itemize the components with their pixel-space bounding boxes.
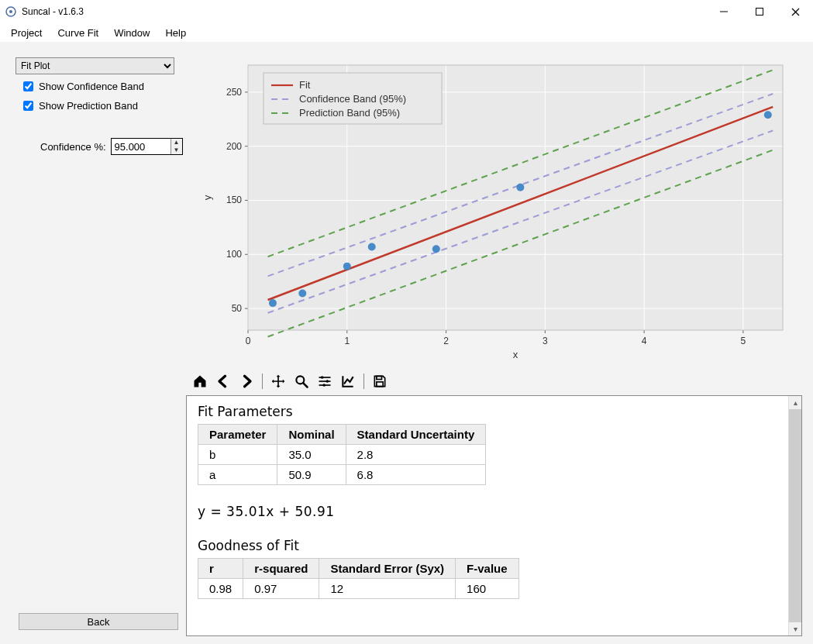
svg-point-67 <box>326 380 329 383</box>
svg-text:Prediction Band (95%): Prediction Band (95%) <box>299 107 400 119</box>
svg-point-49 <box>343 263 351 270</box>
svg-rect-71 <box>377 382 383 387</box>
show-confidence-band-input[interactable] <box>23 81 33 91</box>
toolbar-separator <box>262 374 263 389</box>
svg-text:Fit: Fit <box>299 79 311 91</box>
svg-rect-3 <box>756 9 763 15</box>
svg-point-1 <box>9 10 12 13</box>
home-icon[interactable] <box>189 370 211 392</box>
table-row: b35.02.8 <box>198 445 486 465</box>
svg-text:200: 200 <box>226 141 242 152</box>
table-cell: 6.8 <box>346 465 486 485</box>
window-titlebar: Suncal - v1.6.3 <box>0 0 813 23</box>
table-cell: 160 <box>456 579 519 599</box>
show-confidence-band-label: Show Confidence Band <box>39 81 144 92</box>
fit-parameters-title: Fit Parameters <box>198 404 777 419</box>
zoom-icon[interactable] <box>291 370 312 392</box>
svg-text:50: 50 <box>232 303 243 314</box>
svg-text:0: 0 <box>246 336 251 346</box>
svg-text:Confidence Band (95%): Confidence Band (95%) <box>299 93 406 105</box>
svg-text:y: y <box>202 195 213 200</box>
svg-point-69 <box>322 384 326 387</box>
axes-icon[interactable] <box>337 370 359 392</box>
show-confidence-band-checkbox[interactable]: Show Confidence Band <box>20 79 186 94</box>
window-title: Suncal - v1.6.3 <box>22 6 84 17</box>
table-cell: 2.8 <box>346 445 486 465</box>
svg-point-51 <box>432 245 440 253</box>
results-scrollbar[interactable]: ▴ ▾ <box>788 396 801 635</box>
table-header: F-value <box>456 559 519 579</box>
svg-point-50 <box>368 243 376 251</box>
svg-text:4: 4 <box>642 336 647 346</box>
arrow-left-icon[interactable] <box>212 370 234 392</box>
fit-parameters-table: ParameterNominalStandard Uncertaintyb35.… <box>198 424 486 485</box>
toolbar-separator <box>363 374 364 389</box>
table-header: Standard Error (Syx) <box>319 559 456 579</box>
svg-text:2: 2 <box>443 336 449 346</box>
svg-point-65 <box>321 376 324 379</box>
results-panel: Fit Parameters ParameterNominalStandard … <box>186 395 802 636</box>
table-row: 0.980.9712160 <box>198 579 519 599</box>
spin-down-button[interactable]: ▼ <box>171 146 182 154</box>
goodness-of-fit-title: Goodness of Fit <box>198 538 777 553</box>
window-maximize-button[interactable] <box>742 0 777 23</box>
fit-plot[interactable]: 01234550100150200250xyFitConfidence Band… <box>186 57 802 367</box>
plot-toolbar <box>186 367 802 395</box>
table-cell: 0.97 <box>243 579 319 599</box>
arrow-right-icon[interactable] <box>236 370 257 392</box>
svg-point-48 <box>298 290 306 298</box>
table-header: Standard Uncertainty <box>346 425 486 445</box>
scroll-up-icon[interactable]: ▴ <box>789 396 801 409</box>
table-header: Nominal <box>277 425 346 445</box>
confidence-percent-label: Confidence %: <box>40 141 106 153</box>
confidence-percent-input[interactable] <box>112 139 171 154</box>
svg-text:150: 150 <box>226 195 242 205</box>
results-body[interactable]: Fit Parameters ParameterNominalStandard … <box>187 396 788 635</box>
table-header: r-squared <box>243 559 319 579</box>
table-cell: b <box>198 445 277 465</box>
table-cell: a <box>198 465 277 485</box>
show-prediction-band-checkbox[interactable]: Show Prediction Band <box>20 98 186 113</box>
svg-line-63 <box>303 383 307 387</box>
svg-point-47 <box>269 299 277 307</box>
save-icon[interactable] <box>369 370 391 392</box>
table-header: r <box>198 559 243 579</box>
table-cell: 50.9 <box>277 465 346 485</box>
svg-text:1: 1 <box>344 336 350 346</box>
scroll-down-icon[interactable]: ▾ <box>789 622 801 635</box>
table-cell: 12 <box>319 579 456 599</box>
svg-text:250: 250 <box>226 87 242 98</box>
svg-point-52 <box>516 184 524 191</box>
spin-up-button[interactable]: ▲ <box>171 139 182 146</box>
menu-help[interactable]: Help <box>157 26 194 40</box>
sliders-icon[interactable] <box>314 370 336 392</box>
svg-rect-70 <box>377 376 382 379</box>
svg-point-53 <box>764 111 772 119</box>
show-prediction-band-input[interactable] <box>23 101 33 111</box>
menu-project[interactable]: Project <box>3 26 50 40</box>
svg-text:100: 100 <box>226 249 242 260</box>
table-cell: 0.98 <box>198 579 243 599</box>
table-header: Parameter <box>198 425 277 445</box>
back-button[interactable]: Back <box>19 613 178 630</box>
table-cell: 35.0 <box>277 445 346 465</box>
svg-text:5: 5 <box>741 336 746 346</box>
confidence-percent-spinbox[interactable]: ▲ ▼ <box>111 138 183 155</box>
fit-equation: y = 35.01x + 50.91 <box>198 504 777 519</box>
app-icon <box>5 5 17 18</box>
window-minimize-button[interactable] <box>706 0 742 23</box>
goodness-of-fit-table: rr-squaredStandard Error (Syx)F-value0.9… <box>198 558 519 599</box>
options-sidebar: Fit Plot Show Confidence Band Show Predi… <box>16 57 186 636</box>
window-close-button[interactable] <box>777 0 813 23</box>
plot-type-select[interactable]: Fit Plot <box>16 57 174 74</box>
svg-text:x: x <box>513 349 518 360</box>
menu-bar: Project Curve Fit Window Help <box>0 23 813 42</box>
svg-text:3: 3 <box>543 336 548 346</box>
move-icon[interactable] <box>267 370 289 392</box>
table-row: a50.96.8 <box>198 465 486 485</box>
menu-curve-fit[interactable]: Curve Fit <box>50 26 106 40</box>
menu-window[interactable]: Window <box>106 26 157 40</box>
show-prediction-band-label: Show Prediction Band <box>39 100 138 112</box>
